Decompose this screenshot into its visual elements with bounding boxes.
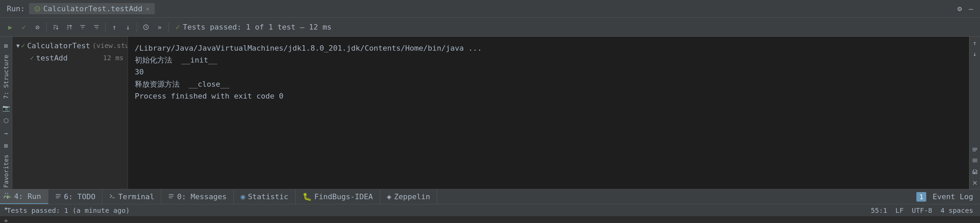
separator-2 (105, 22, 105, 32)
statistic-tab-icon: ◉ (240, 192, 245, 201)
event-log-badge: 1 Event Log (916, 192, 973, 201)
sort-asc-button[interactable] (49, 21, 62, 33)
cursor-position[interactable]: 55:1 (871, 206, 887, 215)
separator-4 (169, 22, 169, 32)
scroll-format-button[interactable] (970, 146, 980, 155)
tree-time-2: 12 ms (103, 54, 124, 62)
tab-zeppelin-label: Zeppelin (394, 192, 430, 201)
line-separator[interactable]: LF (895, 206, 904, 215)
test-tree: ▼ ✓ CalculatorTest (view.study.dem 12 ms… (12, 37, 128, 189)
filter-button[interactable] (76, 21, 89, 33)
check-button[interactable]: ✓ (18, 21, 30, 33)
minimize-icon[interactable]: — (969, 5, 973, 13)
svg-point-0 (35, 6, 40, 11)
side-labels: ⊞ 7: Structure 📷 ⬡ → ⊞ 2: Favorites ★ » (0, 37, 12, 189)
sidebar-item-camera[interactable]: 📷 (1, 102, 11, 114)
hex-icon: ⬡ (3, 117, 9, 124)
arrow-icon: → (4, 130, 8, 137)
toolbar: ▶ ✓ ⊘ ✓ ↑ ↓ » ✓ Tests passed: 1 of 1 tes… (0, 18, 980, 37)
indent-spaces[interactable]: 4 spaces (940, 206, 973, 215)
favorites-label: 2: Favorites (2, 155, 10, 199)
tab-todo[interactable]: 6: TODO (48, 189, 103, 204)
zeppelin-tab-icon: ◈ (387, 192, 391, 201)
output-line-2: 初始化方法 __init__ (135, 54, 962, 66)
settings-icon[interactable]: ⚙ (958, 5, 962, 13)
status-bar: Tests passed: 1 (a minute ago) 55:1 LF U… (0, 204, 980, 216)
output-line-1: /Library/Java/JavaVirtualMachines/jdk1.8… (135, 42, 962, 54)
output-panel: /Library/Java/JavaVirtualMachines/jdk1.8… (128, 37, 969, 189)
more2-icon: » (4, 217, 8, 223)
title-tab[interactable]: CalculatorTest.testAdd ✕ (29, 3, 155, 14)
sidebar-item-grid[interactable]: ⊞ (3, 139, 9, 152)
tree-class-name: CalculatorTest (27, 41, 90, 50)
bottom-tabs: ▶ 4: Run 6: TODO Terminal 0: Messages ◉ … (0, 189, 980, 204)
tab-messages[interactable]: 0: Messages (161, 189, 234, 204)
tree-check-icon-1: ✓ (21, 41, 25, 50)
scroll-delete-button[interactable] (970, 178, 980, 188)
output-line-4: 释放资源方法 __close__ (135, 78, 962, 90)
tab-terminal[interactable]: Terminal (102, 189, 161, 204)
tree-item-calculatortest[interactable]: ▼ ✓ CalculatorTest (view.study.dem 12 ms (12, 40, 127, 52)
close-tab-icon[interactable]: ✕ (146, 5, 150, 12)
status-text: Tests passed: 1 of 1 test — 12 ms (183, 23, 331, 31)
scroll-format2-button[interactable] (970, 157, 980, 166)
sort-desc-button[interactable] (63, 21, 75, 33)
tab-name: CalculatorTest.testAdd (43, 5, 142, 13)
tree-check-icon-2: ✓ (30, 54, 34, 62)
separator-1 (46, 22, 47, 32)
tab-findbugs-label: FindBugs-IDEA (314, 192, 373, 201)
sidebar-item-hex[interactable]: ⬡ (2, 114, 10, 127)
sidebar-item-structure[interactable]: 7: Structure (1, 52, 11, 102)
status-check-icon: ✓ (176, 23, 180, 31)
status-bar-text: Tests passed: 1 (a minute ago) (7, 206, 130, 215)
tree-arrow-icon: ▼ (16, 43, 20, 49)
encoding[interactable]: UTF-8 (912, 206, 932, 215)
tab-terminal-label: Terminal (118, 192, 154, 201)
up-button[interactable]: ↑ (108, 21, 121, 33)
stop-button[interactable]: ⊘ (31, 21, 43, 33)
filter2-button[interactable]: ✓ (90, 21, 102, 33)
main-content: ⊞ 7: Structure 📷 ⬡ → ⊞ 2: Favorites ★ » … (0, 37, 980, 189)
top-icon: ⊞ (4, 42, 8, 49)
title-bar: Run: CalculatorTest.testAdd ✕ ⚙ — (0, 0, 980, 18)
clock-button[interactable] (140, 21, 152, 33)
output-line-3: 30 (135, 66, 962, 78)
sidebar-item-favorites[interactable]: 2: Favorites (1, 152, 11, 202)
tab-todo-label: 6: TODO (64, 192, 95, 201)
camera-icon: 📷 (2, 104, 10, 112)
more-button[interactable]: » (153, 21, 166, 33)
findbugs-tab-icon: 🐛 (302, 192, 312, 201)
down-button[interactable]: ↓ (122, 21, 134, 33)
tab-statistic[interactable]: ◉ Statistic (234, 189, 295, 204)
tree-item-testadd[interactable]: ✓ testAdd 12 ms (12, 52, 127, 64)
bottom-status-right: 1 Event Log (916, 192, 980, 201)
event-log-label[interactable]: Event Log (933, 192, 973, 201)
scroll-down-button[interactable]: ↓ (970, 49, 980, 59)
right-scrollbar: ↑ ↓ (969, 37, 980, 189)
scroll-print-button[interactable] (970, 167, 980, 177)
terminal-tab-icon (109, 192, 115, 201)
svg-text:✓: ✓ (97, 27, 99, 30)
output-line-6: Process finished with exit code 0 (135, 90, 962, 102)
toolbar-status: ✓ Tests passed: 1 of 1 test — 12 ms (176, 23, 331, 31)
tree-package: (view.study.dem (92, 41, 128, 50)
grid-icon: ⊞ (4, 142, 8, 149)
run-button[interactable]: ▶ (4, 21, 16, 33)
sidebar-item-arrow[interactable]: → (3, 127, 9, 139)
sidebar-item-more2[interactable]: » (3, 214, 9, 223)
tab-statistic-label: Statistic (248, 192, 288, 201)
tab-findbugs[interactable]: 🐛 FindBugs-IDEA (296, 189, 380, 204)
todo-tab-icon (55, 192, 61, 201)
tree-method-name: testAdd (36, 54, 68, 62)
sidebar-item-top[interactable]: ⊞ (3, 40, 9, 52)
scroll-up-button[interactable]: ↑ (970, 38, 980, 47)
tab-zeppelin[interactable]: ◈ Zeppelin (380, 189, 437, 204)
tab-messages-label: 0: Messages (177, 192, 227, 201)
messages-tab-icon (168, 192, 174, 201)
tab-run-label: 4: Run (14, 192, 41, 201)
run-label: Run: (7, 5, 25, 13)
tab-icon (34, 6, 40, 12)
structure-label: 7: Structure (2, 55, 10, 99)
